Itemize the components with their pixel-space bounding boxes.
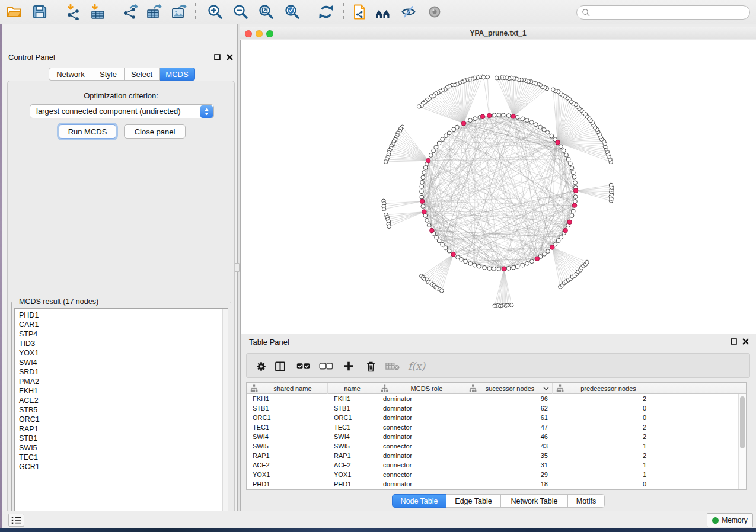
mcds-result-list[interactable]: PHD1CAR1STP4TID3YOX1SWI4SRD1PMA2FKH1ACE2… (14, 308, 228, 518)
deselect-all-checkboxes-button[interactable] (319, 359, 333, 373)
tab-edge-table[interactable]: Edge Table (446, 494, 501, 508)
tab-style[interactable]: Style (92, 68, 125, 81)
column-header-filler (653, 383, 746, 394)
zoom-in-button[interactable] (207, 4, 224, 20)
memory-button[interactable]: Memory (707, 513, 753, 527)
main-toolbar (0, 0, 756, 24)
close-panel-icon[interactable] (227, 54, 234, 61)
float-table-panel-icon[interactable] (731, 338, 738, 345)
network-window-title: YPA_prune.txt_1 (240, 29, 756, 37)
hide-selected-button[interactable] (400, 4, 417, 20)
table-settings-icon (255, 360, 267, 373)
table-row[interactable]: SWI5SWI5connector431 (247, 441, 738, 451)
find-binoculars-button[interactable] (375, 4, 391, 20)
result-node-item[interactable]: STP4 (15, 329, 228, 339)
column-header-name[interactable]: name (328, 383, 377, 394)
table-row[interactable]: SWI4SWI4dominator462 (247, 432, 738, 441)
tab-network[interactable]: Network (49, 68, 92, 81)
table-scrollbar-thumb[interactable] (740, 396, 745, 448)
toolbar-separator (343, 3, 344, 21)
tab-node-table[interactable]: Node Table (392, 494, 446, 508)
table-row[interactable]: ORC1ORC1dominator610 (247, 413, 738, 422)
network-window-titlebar[interactable]: YPA_prune.txt_1 (240, 27, 756, 39)
table-cell: dominator (377, 413, 465, 422)
splitter-grip[interactable] (235, 263, 240, 272)
result-node-item[interactable]: TID3 (15, 339, 228, 348)
result-node-item[interactable]: FKH1 (15, 386, 228, 396)
criterion-value: largest connected component (undirected) (36, 107, 181, 116)
tab-mcds[interactable]: MCDS (160, 68, 195, 81)
zoom-out-button[interactable] (232, 4, 249, 20)
result-node-item[interactable]: SWI5 (15, 443, 228, 453)
open-file-button[interactable] (6, 4, 23, 20)
table-scrollbar[interactable] (738, 394, 746, 489)
column-header-successor-nodes[interactable]: successor nodes (465, 383, 553, 394)
table-cell: YOX1 (247, 470, 328, 479)
export-image-button[interactable] (171, 4, 187, 20)
import-table-button[interactable] (90, 4, 106, 20)
network-graph[interactable] (241, 40, 756, 334)
split-columns-button[interactable] (274, 359, 286, 373)
result-node-item[interactable]: ACE2 (15, 396, 228, 405)
mcds-list-scrollbar[interactable] (222, 309, 228, 518)
table-cell: dominator (377, 479, 465, 489)
table-cell: 96 (465, 394, 553, 403)
zoom-selected-button[interactable] (284, 4, 301, 20)
zoom-fit-button[interactable] (258, 4, 275, 20)
table-row[interactable]: ACE2ACE2connector311 (247, 460, 738, 470)
result-node-item[interactable]: STB1 (15, 434, 228, 443)
dropdown-stepper-icon (200, 105, 213, 118)
table-row[interactable]: RAP1RAP1dominator352 (247, 451, 738, 460)
result-node-item[interactable]: CAR1 (15, 320, 228, 329)
result-node-item[interactable]: SWI4 (15, 358, 228, 367)
result-node-item[interactable]: YOX1 (15, 348, 228, 358)
table-toolbar: f(x) (246, 353, 750, 378)
column-header-MCDS-role[interactable]: MCDS role (377, 383, 465, 394)
refresh-view-button[interactable] (318, 4, 334, 20)
close-table-panel-icon[interactable] (742, 338, 749, 345)
result-node-item[interactable]: STB5 (15, 405, 228, 415)
table-row[interactable]: PHD1PHD1dominator180 (247, 479, 738, 489)
result-node-item[interactable]: ORC1 (15, 415, 228, 424)
result-node-item[interactable]: PMA2 (15, 377, 228, 386)
select-all-checkboxes-button[interactable] (296, 359, 310, 373)
column-header-predecessor-nodes[interactable]: predecessor nodes (553, 383, 653, 394)
network-canvas[interactable] (240, 40, 756, 334)
result-node-item[interactable]: SRD1 (15, 367, 228, 377)
result-node-item[interactable]: RAP1 (15, 424, 228, 434)
search-field[interactable] (576, 5, 750, 20)
table-cell: PHD1 (247, 479, 328, 489)
delete-column-button[interactable] (365, 359, 377, 373)
table-row[interactable]: YOX1YOX1connector291 (247, 470, 738, 479)
table-cell: dominator (377, 394, 465, 403)
tab-select[interactable]: Select (125, 68, 160, 81)
result-node-item[interactable]: PHD1 (15, 310, 228, 320)
export-table-button[interactable] (146, 4, 162, 20)
tab-motifs[interactable]: Motifs (568, 494, 605, 508)
float-panel-icon[interactable] (214, 54, 221, 61)
table-row[interactable]: STB1STB1dominator620 (247, 403, 738, 413)
save-session-button[interactable] (31, 4, 48, 20)
import-network-button[interactable] (65, 4, 82, 20)
column-header-shared-name[interactable]: shared name (247, 383, 328, 394)
show-all-button[interactable] (426, 4, 443, 20)
criterion-dropdown[interactable]: largest connected component (undirected) (30, 104, 214, 118)
table-panel: Table Panel f(x) shared namenameMCDS rol… (240, 334, 756, 511)
result-node-item[interactable]: GCR1 (15, 462, 228, 472)
mcds-tab-content: Optimization criterion: largest connecte… (7, 81, 235, 525)
result-node-item[interactable]: TEC1 (15, 453, 228, 462)
automation-panel-button[interactable] (8, 514, 24, 527)
add-column-button[interactable] (343, 359, 355, 373)
run-mcds-button[interactable]: Run MCDS (59, 124, 116, 139)
table-row[interactable]: FKH1FKH1dominator962 (247, 394, 738, 403)
table-row[interactable]: TEC1TEC1connector472 (247, 422, 738, 432)
close-panel-button[interactable]: Close panel (124, 124, 186, 139)
export-network-button[interactable] (122, 4, 139, 20)
share-document-button[interactable] (352, 4, 368, 20)
tab-network-table[interactable]: Network Table (501, 494, 568, 508)
zoom-selected-icon (284, 4, 301, 20)
show-all-icon (426, 4, 443, 20)
table-settings-button[interactable] (255, 359, 267, 373)
search-input[interactable] (591, 8, 749, 17)
split-columns-icon (274, 360, 286, 373)
